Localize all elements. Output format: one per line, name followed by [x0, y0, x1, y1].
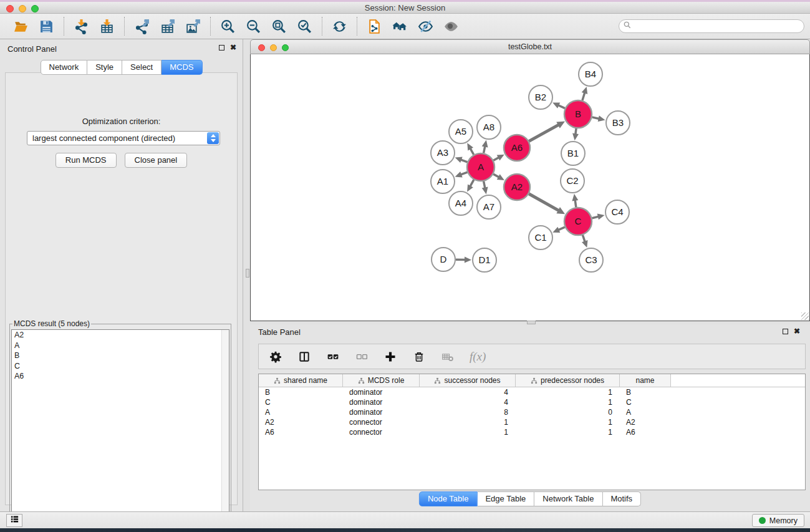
tab-style[interactable]: Style [87, 60, 122, 75]
graph-node-C4[interactable]: C4 [605, 200, 629, 224]
tab-mcds[interactable]: MCDS [162, 60, 202, 75]
graph-node-A4[interactable]: A4 [449, 191, 473, 215]
graph-node-D[interactable]: D [432, 248, 455, 271]
table-row[interactable]: Cdominator41C [259, 397, 805, 407]
column-header-name[interactable]: name [620, 374, 671, 387]
edge-C-C3[interactable] [582, 235, 585, 242]
edge-C-C2[interactable] [575, 200, 576, 207]
graph-node-D1[interactable]: D1 [473, 248, 496, 272]
tab-motifs[interactable]: Motifs [602, 491, 641, 506]
edge-A-A8[interactable] [484, 146, 485, 153]
result-item[interactable]: A [12, 341, 229, 351]
run-mcds-button[interactable]: Run MCDS [55, 153, 117, 168]
result-item[interactable]: B [12, 351, 229, 361]
float-panel-icon[interactable] [783, 329, 788, 334]
column-header-predecessor-nodes[interactable]: predecessor nodes [516, 374, 620, 387]
deselect-all-button[interactable] [355, 350, 369, 364]
save-session-button[interactable] [38, 18, 55, 35]
delete-table-button[interactable] [441, 350, 455, 364]
edge-A-A7[interactable] [484, 181, 485, 189]
result-item[interactable]: C [12, 361, 229, 372]
edge-A-A5[interactable] [470, 148, 474, 155]
edge-A-A2[interactable] [493, 174, 499, 177]
add-entry-button[interactable] [383, 350, 397, 364]
graph-node-A6[interactable]: A6 [504, 135, 530, 161]
edge-C-C4[interactable] [592, 216, 599, 218]
graph-node-B[interactable]: B [564, 100, 592, 128]
edge-B-B1[interactable] [576, 128, 576, 135]
edge-A2-C[interactable] [529, 194, 559, 211]
show-columns-button[interactable] [297, 350, 311, 364]
resize-handle[interactable] [801, 312, 809, 320]
hide-graphics-button[interactable] [417, 18, 434, 35]
network-canvas[interactable]: B4B2BB3A8A5A6A3B1AC2A1A2A4A7C4CC1C3DD1 [250, 54, 810, 321]
result-scrollbar[interactable] [221, 330, 229, 531]
network-window-titlebar[interactable]: testGlobe.txt [250, 39, 810, 54]
table-row[interactable]: A2connector11A2 [259, 417, 805, 427]
column-header-MCDS-role[interactable]: MCDS role [343, 374, 420, 387]
import-table-button[interactable] [99, 18, 115, 35]
zoom-out-button[interactable] [245, 18, 262, 35]
close-panel-icon[interactable]: ✖ [230, 44, 236, 51]
table-settings-button[interactable] [269, 350, 282, 364]
table-row[interactable]: Adominator80A [259, 407, 805, 417]
edge-A-A1[interactable] [461, 172, 468, 175]
tab-network-table[interactable]: Network Table [534, 491, 602, 506]
graph-node-A8[interactable]: A8 [477, 115, 501, 139]
import-network-button[interactable] [73, 18, 90, 35]
refresh-button[interactable] [331, 18, 348, 35]
search-input[interactable] [632, 21, 804, 32]
network-document-button[interactable] [366, 18, 383, 35]
edge-B-B3[interactable] [592, 117, 600, 119]
edge-A-A3[interactable] [461, 160, 468, 162]
result-item[interactable]: A2 [12, 330, 229, 341]
graph-node-A1[interactable]: A1 [431, 170, 455, 193]
home-views-button[interactable] [392, 18, 408, 35]
export-network-button[interactable] [133, 18, 150, 35]
criterion-dropdown[interactable]: largest connected component (directed) [27, 131, 220, 145]
zoom-selected-button[interactable] [296, 18, 313, 35]
zoom-fit-button[interactable] [271, 18, 287, 35]
tab-edge-table[interactable]: Edge Table [477, 491, 534, 506]
export-table-button[interactable] [159, 18, 176, 35]
graph-node-B3[interactable]: B3 [606, 111, 630, 135]
column-header-successor-nodes[interactable]: successor nodes [420, 374, 516, 387]
graph-node-C2[interactable]: C2 [561, 169, 584, 193]
graph-node-B2[interactable]: B2 [529, 85, 552, 109]
select-all-button[interactable] [326, 350, 340, 364]
tab-node-table[interactable]: Node Table [419, 491, 478, 506]
show-graphics-button[interactable] [443, 18, 460, 35]
table-row[interactable]: Bdominator41B [259, 387, 805, 397]
tab-network[interactable]: Network [40, 60, 87, 75]
graph-node-A7[interactable]: A7 [477, 195, 501, 219]
table-row[interactable]: A6connector11A6 [259, 427, 805, 437]
graph-node-B1[interactable]: B1 [561, 142, 585, 165]
graph-node-A[interactable]: A [467, 153, 494, 181]
task-history-button[interactable] [6, 514, 22, 527]
graph-node-B4[interactable]: B4 [579, 62, 602, 86]
column-header-shared-name[interactable]: shared name [259, 374, 343, 387]
open-file-button[interactable] [12, 18, 29, 35]
graph-node-C[interactable]: C [564, 208, 592, 235]
graph-node-C3[interactable]: C3 [579, 248, 603, 272]
edge-A6-B[interactable] [529, 125, 559, 142]
close-panel-button[interactable]: Close panel [125, 153, 188, 168]
search-field[interactable] [619, 19, 804, 33]
graph-node-A5[interactable]: A5 [449, 120, 473, 143]
edge-B-B4[interactable] [582, 92, 585, 100]
close-panel-icon[interactable]: ✖ [794, 328, 800, 334]
function-builder-button[interactable]: f(x) [470, 350, 486, 364]
zoom-in-button[interactable] [219, 18, 236, 35]
mcds-result-list[interactable]: A2ABCA6 [11, 329, 229, 531]
export-image-button[interactable] [185, 18, 201, 35]
tab-select[interactable]: Select [122, 60, 162, 75]
graph-node-A3[interactable]: A3 [431, 141, 455, 165]
panel-divider-grip[interactable] [246, 269, 249, 278]
memory-button[interactable]: Memory [752, 514, 804, 527]
float-panel-icon[interactable] [219, 45, 224, 51]
edge-B-B2[interactable] [558, 105, 565, 109]
delete-entry-button[interactable] [412, 350, 426, 364]
edge-A-A4[interactable] [470, 180, 474, 186]
edge-C-C1[interactable] [558, 227, 565, 230]
graph-node-A2[interactable]: A2 [504, 174, 530, 200]
